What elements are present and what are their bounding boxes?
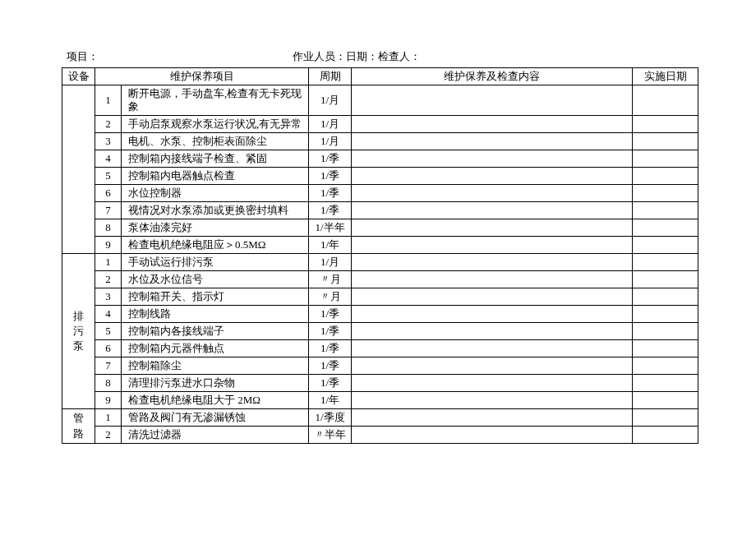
- check-content: [352, 375, 633, 392]
- cycle: 1/季: [309, 375, 352, 392]
- table-row: 9检查电机绝缘电阻应＞0.5MΩ1/年: [62, 237, 698, 254]
- item-name: 控制箱内电器触点检查: [122, 168, 309, 185]
- check-content: [352, 85, 633, 116]
- table-row: 2手动启泵观察水泵运行状况,有无异常1/月: [62, 116, 698, 133]
- cycle: 1/年: [309, 237, 352, 254]
- item-name: 水位及水位信号: [122, 271, 309, 288]
- table-row: 1断开电源，手动盘车,检查有无卡死现象1/月: [62, 85, 698, 116]
- row-number: 8: [95, 219, 122, 237]
- th-content: 维护保养及检查内容: [352, 68, 633, 85]
- table-row: 3电机、水泵、控制柜表面除尘1/月: [62, 133, 698, 150]
- check-content: [352, 306, 633, 323]
- table-row: 8泵体油漆完好1/半年: [62, 219, 698, 237]
- item-name: 水位控制器: [122, 185, 309, 202]
- item-name: 清洗过滤器: [122, 427, 309, 444]
- row-number: 7: [95, 202, 122, 219]
- table-row: 2水位及水位信号〃月: [62, 271, 698, 288]
- item-name: 清理排污泵进水口杂物: [122, 375, 309, 392]
- cycle: 1/月: [309, 254, 352, 271]
- exec-date: [633, 185, 698, 202]
- row-number: 5: [95, 323, 122, 340]
- item-name: 手动启泵观察水泵运行状况,有无异常: [122, 116, 309, 133]
- check-content: [352, 409, 633, 427]
- check-content: [352, 392, 633, 409]
- check-content: [352, 323, 633, 340]
- exec-date: [633, 219, 698, 237]
- exec-date: [633, 409, 698, 427]
- table-row: 7控制箱除尘1/季: [62, 357, 698, 375]
- cycle: 1/季: [309, 168, 352, 185]
- item-name: 断开电源，手动盘车,检查有无卡死现象: [122, 85, 309, 116]
- exec-date: [633, 271, 698, 288]
- field-date: 日期：: [346, 50, 378, 62]
- check-content: [352, 202, 633, 219]
- item-name: 控制箱内元器件触点: [122, 340, 309, 357]
- row-number: 1: [95, 254, 122, 271]
- table-row: 6控制箱内元器件触点1/季: [62, 340, 698, 357]
- field-operator: 作业人员：: [293, 50, 346, 62]
- item-name: 控制箱除尘: [122, 357, 309, 375]
- row-number: 2: [95, 271, 122, 288]
- exec-date: [633, 392, 698, 409]
- table-row: 排污泵1手动试运行排污泵1/月: [62, 254, 698, 271]
- exec-date: [633, 202, 698, 219]
- table-row: 6水位控制器1/季: [62, 185, 698, 202]
- row-number: 6: [95, 340, 122, 357]
- equipment-cell: 排污泵: [62, 254, 95, 409]
- cycle: 〃半年: [309, 427, 352, 444]
- th-item: 维护保养项目: [95, 68, 309, 85]
- th-equipment: 设备: [62, 68, 95, 85]
- th-date: 实施日期: [633, 68, 698, 85]
- check-content: [352, 271, 633, 288]
- exec-date: [633, 323, 698, 340]
- exec-date: [633, 116, 698, 133]
- item-name: 泵体油漆完好: [122, 219, 309, 237]
- exec-date: [633, 357, 698, 375]
- cycle: 1/月: [309, 133, 352, 150]
- cycle: 1/季: [309, 340, 352, 357]
- check-content: [352, 237, 633, 254]
- form-header: 项目： 作业人员：日期：检查人：: [62, 49, 698, 64]
- cycle: 1/季: [309, 150, 352, 168]
- item-name: 控制箱内接线端子检查、紧固: [122, 150, 309, 168]
- item-name: 控制箱内各接线端子: [122, 323, 309, 340]
- cycle: 1/季: [309, 357, 352, 375]
- exec-date: [633, 85, 698, 116]
- table-row: 4控制线路1/季: [62, 306, 698, 323]
- table-row: 5控制箱内电器触点检查1/季: [62, 168, 698, 185]
- exec-date: [633, 288, 698, 306]
- check-content: [352, 288, 633, 306]
- cycle: 1/月: [309, 85, 352, 116]
- check-content: [352, 150, 633, 168]
- row-number: 9: [95, 237, 122, 254]
- table-row: 8清理排污泵进水口杂物1/季: [62, 375, 698, 392]
- field-project: 项目：: [67, 49, 293, 64]
- item-name: 电机、水泵、控制柜表面除尘: [122, 133, 309, 150]
- exec-date: [633, 133, 698, 150]
- check-content: [352, 133, 633, 150]
- row-number: 6: [95, 185, 122, 202]
- check-content: [352, 427, 633, 444]
- row-number: 1: [95, 409, 122, 427]
- cycle: 〃月: [309, 288, 352, 306]
- table-header-row: 设备 维护保养项目 周期 维护保养及检查内容 实施日期: [62, 68, 698, 85]
- equipment-cell: 管路: [62, 409, 95, 444]
- table-row: 4控制箱内接线端子检查、紧固1/季: [62, 150, 698, 168]
- equipment-cell: [62, 85, 95, 254]
- table-row: 9检查电机绝缘电阻大于 2MΩ1/年: [62, 392, 698, 409]
- cycle: 1/季: [309, 306, 352, 323]
- field-operator-row: 作业人员：日期：检查人：: [293, 49, 694, 64]
- check-content: [352, 254, 633, 271]
- cycle: 1/半年: [309, 219, 352, 237]
- item-name: 控制线路: [122, 306, 309, 323]
- row-number: 3: [95, 133, 122, 150]
- row-number: 4: [95, 150, 122, 168]
- table-row: 5控制箱内各接线端子1/季: [62, 323, 698, 340]
- cycle: 〃月: [309, 271, 352, 288]
- row-number: 4: [95, 306, 122, 323]
- item-name: 检查电机绝缘电阻应＞0.5MΩ: [122, 237, 309, 254]
- check-content: [352, 340, 633, 357]
- check-content: [352, 357, 633, 375]
- table-row: 7视情况对水泵添加或更换密封填料1/季: [62, 202, 698, 219]
- exec-date: [633, 237, 698, 254]
